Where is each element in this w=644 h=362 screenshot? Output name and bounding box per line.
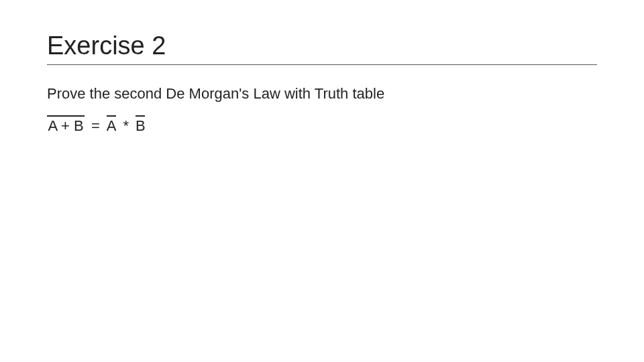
equation-rhs-b: B [136, 115, 146, 134]
equation-rhs-a-text: A [107, 118, 117, 134]
equation-rhs-b-text: B [136, 118, 146, 134]
equation-rhs-a: A [107, 115, 117, 134]
equation-row: A + B = A * B [47, 115, 597, 134]
slide-body-text: Prove the second De Morgan's Law with Tr… [47, 84, 597, 104]
star-sign: * [121, 118, 132, 134]
equation: A + B = A * B [47, 115, 597, 134]
overline-icon [136, 115, 145, 117]
slide-title: Exercise 2 [47, 32, 597, 60]
equation-lhs-text: A + B [48, 118, 83, 134]
title-underline [47, 64, 597, 65]
slide: Exercise 2 Prove the second De Morgan's … [0, 0, 644, 362]
equation-lhs: A + B [47, 115, 85, 134]
overline-icon [107, 115, 116, 117]
overline-icon [47, 115, 85, 117]
equals-sign: = [89, 118, 103, 134]
